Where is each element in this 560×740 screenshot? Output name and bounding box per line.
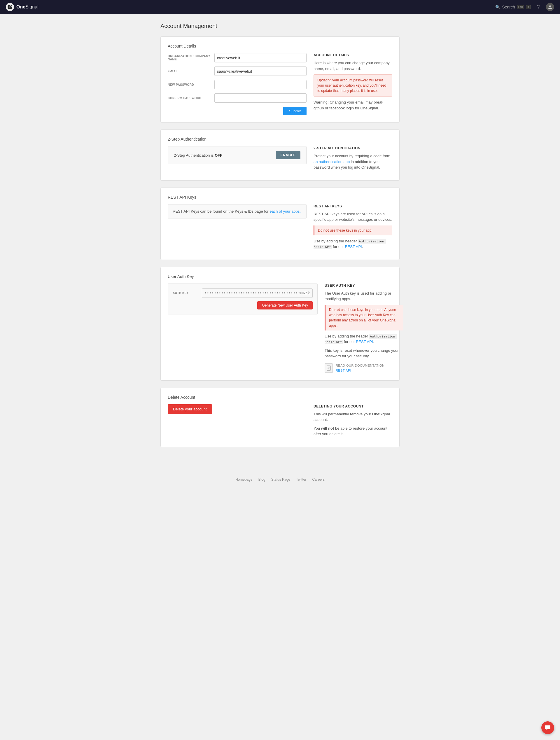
help-button[interactable]: ? bbox=[534, 3, 543, 11]
kbd-ctrl: Ctrl bbox=[517, 5, 525, 9]
auth-app-link[interactable]: an authentication app bbox=[313, 160, 350, 164]
footer-link-status-page[interactable]: Status Page bbox=[271, 477, 290, 482]
logo-text: OneSignal bbox=[16, 4, 38, 10]
account-details-panel-text1: Here is where you can change your compan… bbox=[313, 60, 392, 72]
submit-button[interactable]: Submit bbox=[283, 107, 306, 115]
two-step-card-title: 2-Step Authentication bbox=[168, 137, 392, 142]
search-trigger[interactable]: 🔍 Search Ctrl K bbox=[495, 5, 531, 9]
doc-rest-api-link[interactable]: REST API bbox=[336, 369, 351, 372]
header-logo-area: OneSignal bbox=[6, 3, 38, 11]
confirm-password-row: CONFIRM PASSWORD bbox=[168, 93, 306, 103]
svg-point-2 bbox=[549, 6, 551, 8]
account-details-form: ORGANIZATION / COMPANY NAME E-MAIL NEW P… bbox=[168, 53, 306, 115]
rest-api-apps-link[interactable]: each of your apps. bbox=[270, 209, 301, 213]
rest-api-card: REST API Keys REST API Keys can be found… bbox=[161, 188, 399, 260]
rest-api-info-box: REST API Keys can be found on the Keys &… bbox=[168, 204, 306, 219]
org-row: ORGANIZATION / COMPANY NAME bbox=[168, 53, 306, 63]
account-details-panel-text2: Warning: Changing your email may break g… bbox=[313, 99, 392, 111]
user-auth-panel: USER AUTH KEY The User Auth key is used … bbox=[324, 283, 403, 373]
page-title: Account Management bbox=[161, 23, 399, 29]
delete-account-panel-heading: DELETING YOUR ACCOUNT bbox=[313, 404, 392, 408]
delete-account-panel-text1: This will permanently remove your OneSig… bbox=[313, 411, 392, 423]
org-input[interactable] bbox=[214, 53, 306, 63]
account-details-inner: ORGANIZATION / COMPANY NAME E-MAIL NEW P… bbox=[168, 53, 392, 115]
main-content: Account Management Account Details ORGAN… bbox=[155, 14, 405, 472]
footer-link-blog[interactable]: Blog bbox=[258, 477, 265, 482]
email-input[interactable] bbox=[214, 67, 306, 76]
password-warning: Updating your account password will rese… bbox=[313, 74, 392, 97]
user-auth-card: User Auth Key AUTH KEY •••••••••••••••••… bbox=[161, 267, 399, 381]
delete-account-inner: Delete your account DELETING YOUR ACCOUN… bbox=[168, 404, 392, 440]
form-actions: Submit bbox=[168, 107, 306, 115]
doc-icon bbox=[324, 363, 333, 373]
rest-api-left: REST API Keys can be found on the Keys &… bbox=[168, 204, 306, 253]
two-step-left: 2-Step Authentication is OFF ENABLE bbox=[168, 146, 306, 173]
confirm-password-input[interactable] bbox=[214, 93, 306, 103]
delete-account-button[interactable]: Delete your account bbox=[168, 404, 212, 414]
user-auth-card-title: User Auth Key bbox=[168, 274, 392, 279]
delete-account-card: Delete Account Delete your account DELET… bbox=[161, 388, 399, 447]
logo-icon bbox=[6, 3, 14, 11]
search-label: Search bbox=[502, 5, 515, 9]
auth-key-value: ••••••••••••••••••••••••••••••••••••••••… bbox=[202, 288, 313, 298]
rest-api-alert: Do not use these keys in your app. bbox=[313, 225, 392, 236]
header-right: 🔍 Search Ctrl K ? bbox=[495, 3, 554, 11]
new-password-row: NEW PASSWORD bbox=[168, 80, 306, 89]
rest-api-panel: REST API KEYS REST API keys are used for… bbox=[313, 204, 392, 253]
auth-status-box: 2-Step Authentication is OFF ENABLE bbox=[168, 146, 306, 164]
user-auth-panel-text2: Use by adding the header Authorization: … bbox=[324, 334, 403, 345]
rest-api-card-title: REST API Keys bbox=[168, 195, 392, 199]
confirm-password-label: CONFIRM PASSWORD bbox=[168, 97, 214, 100]
footer-link-twitter[interactable]: Twitter bbox=[296, 477, 306, 482]
header: OneSignal 🔍 Search Ctrl K ? bbox=[0, 0, 560, 14]
user-auth-left: AUTH KEY •••••••••••••••••••••••••••••••… bbox=[168, 283, 317, 373]
footer-link-careers[interactable]: Careers bbox=[312, 477, 324, 482]
user-auth-panel-heading: USER AUTH KEY bbox=[324, 283, 403, 288]
user-auth-alert: Do not use these keys in your app. Anyon… bbox=[324, 305, 403, 331]
delete-account-card-title: Delete Account bbox=[168, 395, 392, 399]
new-password-input[interactable] bbox=[214, 80, 306, 89]
kbd-k: K bbox=[526, 5, 531, 9]
search-icon: 🔍 bbox=[495, 5, 500, 9]
two-step-panel-heading: 2-STEP AUTHENTICATION bbox=[313, 146, 392, 150]
user-auth-rest-link[interactable]: REST API bbox=[356, 340, 373, 344]
account-details-panel: ACCOUNT DETAILS Here is where you can ch… bbox=[313, 53, 392, 115]
two-step-panel-text: Protect your account by requiring a code… bbox=[313, 153, 392, 170]
doc-text: READ OUR DOCUMENTATION REST API bbox=[336, 363, 385, 373]
new-password-label: NEW PASSWORD bbox=[168, 83, 214, 86]
delete-account-panel-text2: You will not be able to restore your acc… bbox=[313, 426, 392, 437]
rest-api-link[interactable]: REST API bbox=[345, 245, 362, 249]
footer: Homepage Blog Status Page Twitter Career… bbox=[0, 472, 560, 487]
enable-2fa-button[interactable]: ENABLE bbox=[276, 151, 300, 159]
two-step-panel: 2-STEP AUTHENTICATION Protect your accou… bbox=[313, 146, 392, 173]
user-auth-panel-text1: The User Auth key is used for adding or … bbox=[324, 290, 403, 302]
auth-key-label: AUTH KEY bbox=[173, 291, 199, 295]
account-details-panel-heading: ACCOUNT DETAILS bbox=[313, 53, 392, 57]
rest-api-panel-heading: REST API KEYS bbox=[313, 204, 392, 208]
rest-api-inner: REST API Keys can be found on the Keys &… bbox=[168, 204, 392, 253]
delete-account-left: Delete your account bbox=[168, 404, 306, 440]
org-label: ORGANIZATION / COMPANY NAME bbox=[168, 55, 214, 61]
user-auth-panel-text3: This key is reset whenever you change yo… bbox=[324, 348, 403, 359]
auth-status-text: 2-Step Authentication is OFF bbox=[174, 153, 222, 158]
email-row: E-MAIL bbox=[168, 67, 306, 76]
rest-api-panel-text2: Use by adding the header Authorization: … bbox=[313, 238, 392, 250]
rest-api-panel-text1: REST API keys are used for API calls on … bbox=[313, 211, 392, 222]
doc-block: READ OUR DOCUMENTATION REST API bbox=[324, 363, 403, 373]
svg-rect-3 bbox=[327, 366, 331, 370]
footer-link-homepage[interactable]: Homepage bbox=[236, 477, 253, 482]
user-auth-key-box: AUTH KEY •••••••••••••••••••••••••••••••… bbox=[168, 283, 317, 314]
account-details-card-title: Account Details bbox=[168, 44, 392, 49]
two-step-inner: 2-Step Authentication is OFF ENABLE 2-ST… bbox=[168, 146, 392, 173]
generate-auth-key-button[interactable]: Generate New User Auth Key bbox=[257, 301, 312, 309]
two-step-card: 2-Step Authentication 2-Step Authenticat… bbox=[161, 129, 399, 181]
account-details-card: Account Details ORGANIZATION / COMPANY N… bbox=[161, 36, 399, 122]
avatar[interactable] bbox=[546, 3, 554, 11]
email-label: E-MAIL bbox=[168, 70, 214, 73]
user-auth-inner: AUTH KEY •••••••••••••••••••••••••••••••… bbox=[168, 283, 392, 373]
auth-key-row: AUTH KEY •••••••••••••••••••••••••••••••… bbox=[173, 288, 313, 298]
delete-account-panel: DELETING YOUR ACCOUNT This will permanen… bbox=[313, 404, 392, 440]
svg-point-1 bbox=[9, 6, 10, 8]
